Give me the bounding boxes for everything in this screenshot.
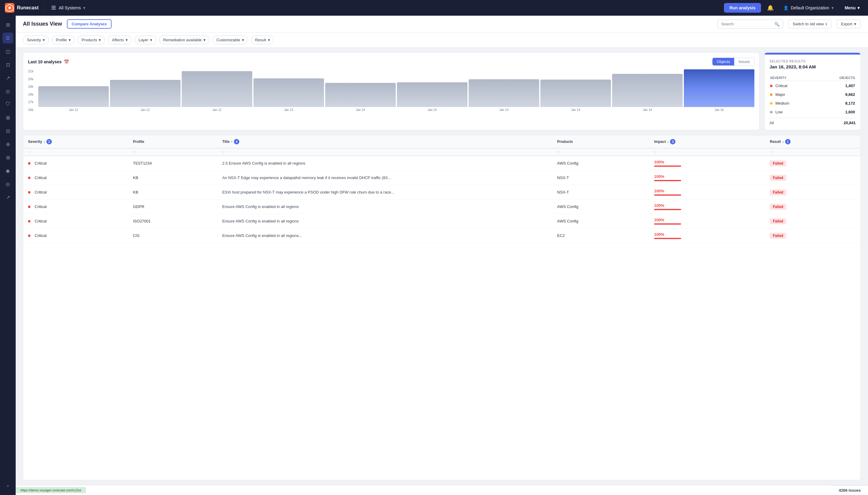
sidebar-item-eye[interactable]: ◎ — [2, 178, 13, 189]
bar[interactable] — [254, 79, 324, 107]
filter-affects-button[interactable]: Affects ▾ — [108, 36, 132, 44]
row-severity: Critical — [23, 185, 128, 200]
bar[interactable] — [38, 86, 109, 107]
table-row[interactable]: Critical TEST1234 2.5 Ensure AWS Config … — [23, 156, 861, 171]
compare-analyses-button[interactable]: Compare Analyses — [67, 19, 112, 29]
severity-sort-badge: 2 — [47, 139, 52, 144]
severity-filter-icon[interactable]: ▽ — [28, 150, 31, 154]
result-sort-icon: ↓ — [782, 140, 784, 144]
switch-to-old-view-button[interactable]: Switch to old view ℹ — [788, 20, 832, 28]
sidebar-item-target[interactable]: ◎ — [2, 86, 13, 97]
sidebar-item-shield[interactable]: ⛉ — [2, 99, 13, 110]
bar[interactable] — [540, 80, 611, 107]
bar-label: Jan 13 — [254, 108, 324, 112]
row-severity-label: Critical — [35, 161, 47, 166]
x-axis: Jan 12Jan 12Jan 12Jan 13Jan 14Jan 14Jan … — [38, 108, 754, 112]
row-products: NSX-T — [553, 171, 649, 185]
sidebar-item-docs[interactable]: ⊞ — [2, 152, 13, 163]
bar[interactable] — [325, 83, 396, 107]
sidebar-item-folder[interactable]: ⊡ — [2, 59, 13, 70]
row-severity-label: Critical — [35, 190, 47, 194]
sidebar-item-list[interactable]: ☰ — [2, 33, 13, 44]
sidebar-item-home[interactable]: ⊞ — [2, 19, 13, 30]
filter-result-label: Result — [255, 38, 266, 42]
bar[interactable] — [612, 74, 683, 107]
filter-layer-button[interactable]: Layer ▾ — [135, 36, 156, 44]
chart-header: Last 10 analyses 📅 Objects Issues — [28, 57, 754, 66]
col-products[interactable]: Products — [553, 135, 649, 148]
sidebar-item-layers[interactable]: ◫ — [2, 46, 13, 57]
table-row[interactable]: Critical KB ESXi host prepared for NSX-T… — [23, 185, 861, 200]
bar[interactable] — [110, 80, 180, 107]
col-result[interactable]: Result ↓ 1 — [765, 135, 861, 148]
title-label: Title — [222, 140, 229, 144]
table-row[interactable]: Critical KB An NSX-T Edge may experience… — [23, 171, 861, 185]
filter-customizable-button[interactable]: Customizable ▾ — [212, 36, 248, 44]
row-title: Ensure AWS Config is enabled in all regi… — [217, 228, 552, 243]
bar[interactable] — [684, 69, 754, 107]
table-row[interactable]: Critical ISO27001 Ensure AWS Config is e… — [23, 214, 861, 228]
sidebar-item-chart[interactable]: ↗ — [2, 72, 13, 83]
severity-dot — [770, 111, 772, 113]
bar[interactable] — [397, 82, 467, 107]
content-area: All Issues View Compare Analyses 🔍 Switc… — [16, 16, 868, 495]
logo-icon — [5, 3, 15, 13]
result-filter-icon[interactable]: ▽ — [770, 150, 772, 154]
filter-severity-button[interactable]: Severity ▾ — [23, 36, 49, 44]
chart-title-area: Last 10 analyses 📅 — [28, 59, 69, 64]
row-result: Failed — [765, 171, 861, 185]
bar-label: Jan 14 — [397, 108, 467, 112]
profile-filter-icon[interactable]: ▽ — [133, 150, 136, 154]
filter-products-button[interactable]: Products ▾ — [78, 36, 105, 44]
search-input[interactable] — [721, 22, 772, 26]
menu-chevron-icon: ▾ — [857, 5, 860, 10]
sidebar-item-stack[interactable]: ⊟ — [2, 125, 13, 136]
col-title[interactable]: Title ↑ 4 — [217, 135, 552, 148]
filter-remediation-button[interactable]: Remediation available ▾ — [159, 36, 209, 44]
top-navigation: Runecast All Systems ▾ Run analysis 🔔 👤 … — [0, 0, 868, 16]
table-row[interactable]: Critical GDPR Ensure AWS Config is enabl… — [23, 200, 861, 214]
results-col-severity: SEVERITY — [770, 75, 816, 81]
filter-profile-button[interactable]: Profile ▾ — [52, 36, 75, 44]
system-selector[interactable]: All Systems ▾ — [47, 3, 89, 12]
chart-toggle: Objects Issues — [712, 57, 754, 66]
results-objects-cell: 8,172 — [817, 99, 855, 107]
row-severity-dot — [28, 235, 31, 237]
col-profile[interactable]: Profile — [128, 135, 217, 148]
toggle-issues-button[interactable]: Issues — [734, 58, 754, 65]
logo-text: Runecast — [17, 5, 39, 11]
bar[interactable] — [469, 79, 539, 107]
org-selector[interactable]: 👤 Default Organization ▾ — [780, 4, 837, 12]
export-label: Export — [841, 22, 852, 26]
export-button[interactable]: Export ▾ — [836, 20, 861, 28]
title-filter-icon[interactable]: ▽ — [222, 150, 225, 154]
sidebar-item-connect[interactable]: ⊕ — [2, 139, 13, 150]
impact-sort-badge: 3 — [670, 139, 675, 144]
filter-result-button[interactable]: Result ▾ — [251, 36, 274, 44]
menu-button[interactable]: Menu ▾ — [841, 4, 863, 12]
impact-filter-icon[interactable]: ▽ — [654, 150, 657, 154]
filter-products-chevron-icon: ▾ — [99, 38, 101, 42]
bar-label: Jan 14 — [469, 108, 539, 112]
results-col-objects: OBJECTS — [817, 75, 855, 81]
col-impact[interactable]: Impact ↓ 3 — [649, 135, 765, 148]
page-title: All Issues View — [23, 21, 62, 27]
sidebar-item-bulb[interactable]: ◉ — [2, 165, 13, 176]
table-row[interactable]: Critical CIS Ensure AWS Config is enable… — [23, 228, 861, 243]
search-box[interactable]: 🔍 — [717, 20, 783, 29]
notifications-button[interactable]: 🔔 — [765, 2, 776, 14]
sidebar-item-analytics[interactable]: ↗ — [2, 192, 13, 203]
run-analysis-button[interactable]: Run analysis — [724, 3, 761, 13]
menu-label: Menu — [845, 5, 856, 10]
col-severity[interactable]: Severity ↓ 2 — [23, 135, 128, 148]
products-filter-icon[interactable]: ▽ — [557, 150, 560, 154]
url-text: https://demo.voyager.runecast.com/rc2/ui — [20, 488, 81, 492]
data-table-section: Severity ↓ 2 Profile Title — [23, 135, 861, 480]
results-row: Low 1,600 — [770, 108, 855, 116]
sidebar-item-package[interactable]: ⊠ — [2, 112, 13, 123]
toggle-objects-button[interactable]: Objects — [712, 58, 734, 65]
sidebar-item-expand[interactable]: » — [2, 480, 13, 491]
footer: https://demo.voyager.runecast.com/rc2/ui… — [16, 485, 868, 495]
bar[interactable] — [182, 71, 252, 107]
calendar-icon[interactable]: 📅 — [64, 59, 69, 64]
